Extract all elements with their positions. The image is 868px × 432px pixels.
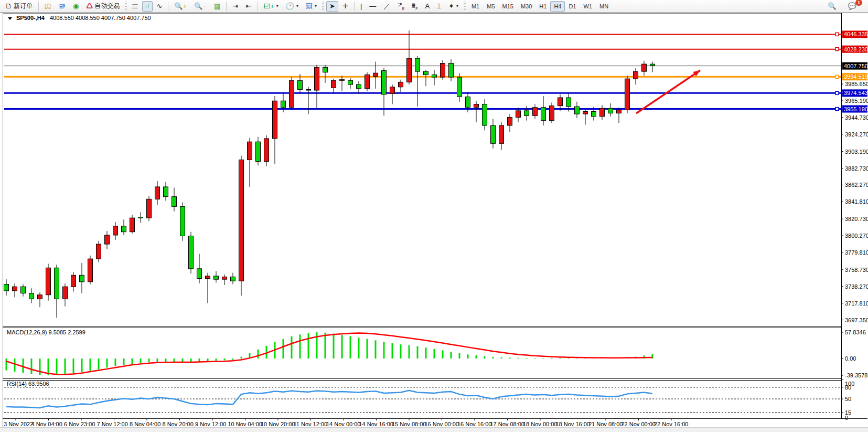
svg-text:10 Nov 04:00: 10 Nov 04:00 xyxy=(228,421,262,427)
timeframe-m5[interactable]: M5 xyxy=(483,1,498,12)
svg-text:14 Nov 00:00: 14 Nov 00:00 xyxy=(326,421,360,427)
market-watch-button[interactable]: 🕮 xyxy=(41,1,55,12)
svg-text:9 Nov 12:00: 9 Nov 12:00 xyxy=(195,421,226,427)
candle xyxy=(566,98,571,107)
svg-text:3994.519: 3994.519 xyxy=(844,73,868,80)
text-tool-button[interactable]: A xyxy=(422,1,433,12)
candle xyxy=(4,284,9,290)
periods-button[interactable]: 🕐▾ xyxy=(283,1,302,12)
shapes-tool-button[interactable]: ✦▾ xyxy=(445,1,462,12)
candle xyxy=(483,104,487,125)
candle xyxy=(600,108,605,117)
svg-text:22 Nov 16:00: 22 Nov 16:00 xyxy=(654,421,688,427)
svg-text:3738.270: 3738.270 xyxy=(845,283,868,290)
candle xyxy=(348,80,353,85)
timeframe-m15[interactable]: M15 xyxy=(499,1,517,12)
text-icon: A xyxy=(425,3,430,9)
chart-canvas[interactable]: 3985.6503965.1903944.7303924.2703903.190… xyxy=(3,13,868,428)
candle xyxy=(306,89,311,90)
svg-text:7 Nov 12:00: 7 Nov 12:00 xyxy=(97,421,128,427)
book-icon: 🕮 xyxy=(45,3,51,9)
vline-tool-button[interactable]: | xyxy=(357,1,365,12)
terminal-button[interactable]: ◉ xyxy=(70,1,82,12)
svg-text:8 Nov 20:00: 8 Nov 20:00 xyxy=(163,421,194,427)
candle xyxy=(256,142,261,161)
new-order-button[interactable]: 🗋 新订单 xyxy=(2,1,36,12)
tile-windows-button[interactable]: ▦ xyxy=(211,1,223,12)
line-chart-mode-button[interactable]: ∿ xyxy=(154,1,166,12)
candle xyxy=(331,80,336,88)
candle xyxy=(264,139,269,162)
label-tool-button[interactable]: ⌶ xyxy=(434,1,444,12)
svg-text:4 Nov 04:00: 4 Nov 04:00 xyxy=(31,421,62,427)
bar-chart-mode-button[interactable]: 𝄙 xyxy=(129,1,141,12)
candle xyxy=(508,117,512,125)
fibonacci-tool-button[interactable]: ⩩F xyxy=(409,1,421,12)
zoom-out-button[interactable]: 🔍− xyxy=(191,1,210,12)
chart-shift-icon: ⇤ xyxy=(245,3,251,9)
crosshair-tool-button[interactable]: ✛ xyxy=(339,1,351,12)
indicators-button[interactable]: 🗠+▾ xyxy=(260,1,282,12)
svg-text:3924.270: 3924.270 xyxy=(845,131,868,138)
templates-button[interactable]: 🖼▾ xyxy=(303,1,320,12)
svg-text:15 Nov 08:00: 15 Nov 08:00 xyxy=(392,421,426,427)
auto-trading-label: 自动交易 xyxy=(94,2,120,10)
candle xyxy=(634,71,638,79)
notifications-button[interactable]: 💬 1 xyxy=(845,1,860,12)
timeframe-mn[interactable]: MN xyxy=(596,1,612,12)
candle xyxy=(524,111,529,115)
candle xyxy=(206,276,210,279)
price-line-handle[interactable] xyxy=(835,48,839,51)
timeframe-w1[interactable]: W1 xyxy=(580,1,596,12)
svg-text:3758.730: 3758.730 xyxy=(845,267,868,273)
svg-text:-39.3578: -39.3578 xyxy=(845,372,867,378)
zoom-in-icon: 🔍+ xyxy=(174,3,187,9)
text-label-icon: ⌶ xyxy=(437,3,441,9)
timeframe-d1[interactable]: D1 xyxy=(565,1,580,12)
svg-text:3779.810: 3779.810 xyxy=(845,249,868,256)
timeframe-m1[interactable]: M1 xyxy=(468,1,483,12)
auto-scroll-button[interactable]: ⇥ xyxy=(229,1,241,12)
price-line-handle[interactable] xyxy=(835,75,839,78)
svg-text:16 Nov 00:00: 16 Nov 00:00 xyxy=(425,421,459,427)
zoom-in-button[interactable]: 🔍+ xyxy=(171,1,190,12)
new-order-icon: 🗋 xyxy=(5,3,12,9)
candle xyxy=(474,104,479,107)
candle xyxy=(231,277,235,281)
price-line-handle[interactable] xyxy=(835,33,839,36)
svg-text:3955.190: 3955.190 xyxy=(844,106,868,112)
hline-tool-button[interactable]: — xyxy=(366,1,379,12)
svg-text:4008.550 4008.550 4007.750 400: 4008.550 4008.550 4007.750 4007.750 xyxy=(50,15,151,21)
horizontal-line-icon: — xyxy=(369,3,376,9)
chart-shift-button[interactable]: ⇤ xyxy=(242,1,254,12)
candle xyxy=(222,277,227,279)
candle xyxy=(147,199,152,218)
price-line-handle[interactable] xyxy=(835,91,839,94)
timeframe-h4[interactable]: H4 xyxy=(550,1,565,12)
svg-text:18 Nov 16:00: 18 Nov 16:00 xyxy=(556,421,590,427)
template-icon: 🖼 xyxy=(306,3,313,9)
svg-text:3903.190: 3903.190 xyxy=(845,149,868,155)
chart-window[interactable]: 3985.6503965.1903944.7303924.2703903.190… xyxy=(0,13,868,427)
candle xyxy=(63,287,68,299)
svg-text:RSI(14) 63.9506: RSI(14) 63.9506 xyxy=(7,381,49,387)
auto-trading-button[interactable]: 🛆 自动交易 xyxy=(83,1,123,12)
equidistant-channel-button[interactable]: 𝄢E xyxy=(394,1,408,12)
cloud-user-icon: 🖳 xyxy=(59,3,66,9)
svg-text:14 Nov 16:00: 14 Nov 16:00 xyxy=(359,421,393,427)
signal-icon: ◉ xyxy=(73,3,79,9)
search-button[interactable]: 🔍 xyxy=(825,1,840,12)
timeframe-group: M1M5M15M30H1H4D1W1MN xyxy=(468,1,612,12)
price-line-handle[interactable] xyxy=(835,108,839,111)
candle-chart-mode-button[interactable]: ⑁ xyxy=(142,1,153,12)
svg-text:3944.730: 3944.730 xyxy=(845,114,868,121)
svg-text:0: 0 xyxy=(845,415,848,421)
data-window-button[interactable]: 🖳 xyxy=(56,1,69,12)
trendline-tool-button[interactable]: ／ xyxy=(380,1,393,12)
candle xyxy=(239,160,244,281)
timeframe-h1[interactable]: H1 xyxy=(535,1,550,12)
svg-text:3820.730: 3820.730 xyxy=(845,216,868,222)
timeframe-m30[interactable]: M30 xyxy=(517,1,535,12)
cursor-tool-button[interactable]: ➤ xyxy=(326,1,338,12)
line-chart-icon: ∿ xyxy=(157,3,163,9)
